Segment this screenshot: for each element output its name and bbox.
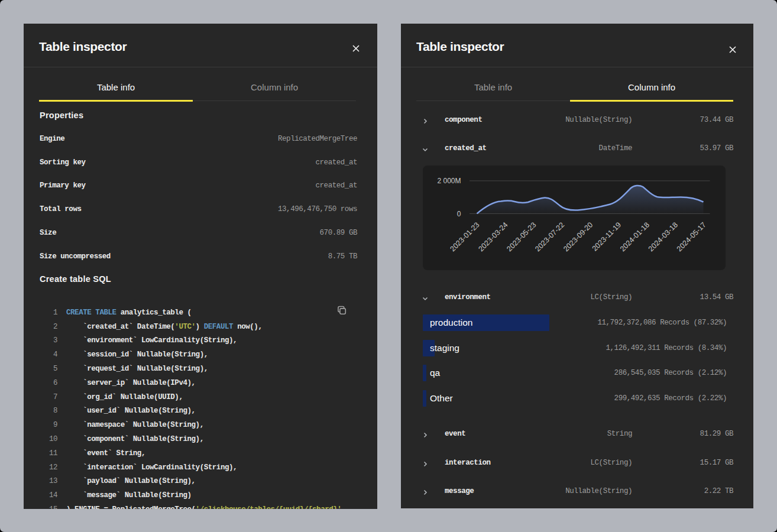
svg-text:2023-05-23: 2023-05-23 — [505, 220, 538, 253]
svg-text:2023-01-23: 2023-01-23 — [449, 220, 481, 253]
svg-text:2023-11-19: 2023-11-19 — [591, 220, 623, 252]
svg-text:0: 0 — [457, 210, 461, 218]
svg-text:2024-03-18: 2024-03-18 — [647, 220, 679, 253]
svg-text:2023-03-24: 2023-03-24 — [477, 220, 509, 253]
svg-text:2023-09-20: 2023-09-20 — [562, 220, 594, 253]
svg-text:2024-05-17: 2024-05-17 — [675, 220, 708, 253]
svg-text:2023-07-22: 2023-07-22 — [533, 220, 566, 253]
svg-text:2 000M: 2 000M — [437, 177, 461, 185]
svg-text:2024-01-18: 2024-01-18 — [619, 220, 651, 253]
